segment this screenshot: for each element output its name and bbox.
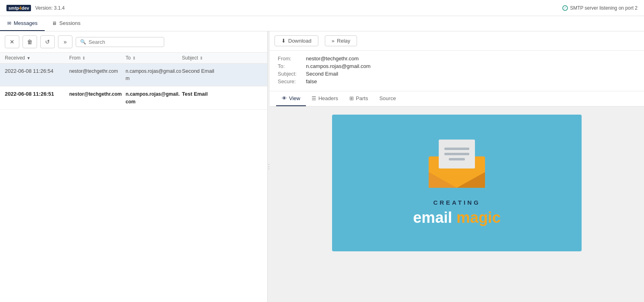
message-table: 2022-06-08 11:26:54 nestor@techgethr.com… [0,64,267,302]
to-label: To: [278,63,302,69]
delete-icon: 🗑 [27,39,33,45]
tab-messages[interactable]: ✉ Messages [0,16,45,31]
banner-tagline: email magic [413,209,501,226]
search-box: 🔍 [76,37,164,47]
tab-parts[interactable]: ⊞ Parts [344,91,374,106]
refresh-button[interactable]: ↺ [40,35,55,48]
smtp-status: SMTP server listening on port 2 [562,5,638,11]
search-input[interactable] [89,39,160,45]
header-received: Received ▼ [5,55,69,61]
topbar-left: smtp4dev Version: 3.1.4 [6,5,65,11]
table-row[interactable]: 2022-06-08 11:26:51 nestor@techgethr.com… [0,86,267,109]
envelope-right-flap [457,172,485,188]
topbar: smtp4dev Version: 3.1.4 SMTP server list… [0,0,644,16]
close-icon: ✕ [10,39,14,45]
table-header: Received ▼ From ⇕ To ⇕ Subject ⇕ [0,53,267,64]
cell-received: 2022-06-08 11:26:51 [5,90,69,105]
tab-source[interactable]: Source [374,91,401,106]
paper-line-2 [444,153,469,155]
sort-arrow-received: ▼ [27,56,31,60]
headers-icon: ☰ [312,95,316,101]
to-value: n.campos.rojas@gmail.com [306,63,371,69]
banner-creating: CREATING [413,199,501,206]
messages-icon: ✉ [7,21,11,26]
meta-subject-row: Subject: Second Email [278,71,636,77]
topbar-right: SMTP server listening on port 2 [562,5,638,11]
main-tabs: ✉ Messages 🖥 Sessions [0,16,644,31]
subject-label: Subject: [278,71,302,77]
tab-view[interactable]: 👁 View [276,91,306,106]
tab-sessions-label: Sessions [59,20,80,26]
cell-to: n.campos.rojas@gmail.com [126,68,182,82]
toolbar: ✕ 🗑 ↺ » 🔍 [0,31,267,53]
meta-to-row: To: n.campos.rojas@gmail.com [278,63,636,69]
cell-subject: Test Email [182,90,262,105]
status-text: SMTP server listening on port 2 [570,5,638,11]
view-icon: 👁 [282,95,287,101]
email-preview: CREATING email magic [270,107,644,302]
sessions-icon: 🖥 [52,21,57,26]
subject-value: Second Email [306,71,338,77]
cell-subject: Second Email [182,68,262,82]
view-tabs: 👁 View ☰ Headers ⊞ Parts Source [270,91,644,107]
tab-headers[interactable]: ☰ Headers [306,91,344,106]
forward-icon: » [64,39,67,45]
secure-value: false [306,78,317,84]
tab-messages-label: Messages [14,20,37,26]
meta-from-row: From: nestor@techgethr.com [278,55,636,62]
header-from: From ⇕ [69,55,126,61]
main-content: ✕ 🗑 ↺ » 🔍 Received ▼ From [0,31,644,302]
download-button[interactable]: ⬇ Download [275,35,318,46]
cell-from: nestor@techgethr.com [69,90,126,105]
relay-button[interactable]: » Relay [325,35,357,46]
app-version: Version: 3.1.4 [35,5,64,11]
status-icon [562,5,568,11]
table-row[interactable]: 2022-06-08 11:26:54 nestor@techgethr.com… [0,64,267,86]
sort-arrow-to: ⇕ [132,56,136,60]
paper-line-3 [449,158,465,160]
cell-received: 2022-06-08 11:26:54 [5,68,69,82]
email-banner: CREATING email magic [332,115,582,251]
search-icon: 🔍 [80,39,86,45]
envelope-left-flap [429,172,457,188]
paper-line-1 [444,148,469,150]
cell-to: n.campos.rojas@gmail.com [126,90,182,105]
close-button[interactable]: ✕ [5,35,19,48]
download-icon: ⬇ [281,38,286,44]
envelope-illustration [429,140,485,188]
banner-text: CREATING email magic [413,199,501,226]
cell-from: nestor@techgethr.com [69,68,126,82]
right-toolbar: ⬇ Download » Relay [270,31,644,51]
email-meta: From: nestor@techgethr.com To: n.campos.… [270,51,644,91]
parts-icon: ⊞ [349,95,354,101]
envelope-paper [439,140,475,168]
app-logo: smtp4dev [6,5,31,11]
sort-arrow-subject: ⇕ [200,56,203,60]
meta-secure-row: Secure: false [278,78,636,84]
forward-button[interactable]: » [58,35,72,48]
header-to: To ⇕ [126,55,182,61]
sort-arrow-from: ⇕ [82,56,85,60]
right-panel: ⬇ Download » Relay From: nestor@techgeth… [270,31,644,302]
email-content: CREATING email magic [332,115,582,251]
left-panel: ✕ 🗑 ↺ » 🔍 Received ▼ From [0,31,268,302]
header-subject: Subject ⇕ [182,55,262,61]
delete-button[interactable]: 🗑 [23,35,37,48]
from-value: nestor@techgethr.com [306,55,359,62]
relay-icon: » [332,38,334,44]
secure-label: Secure: [278,78,302,84]
from-label: From: [278,55,302,62]
refresh-icon: ↺ [45,39,50,45]
tab-sessions[interactable]: 🖥 Sessions [45,16,88,31]
